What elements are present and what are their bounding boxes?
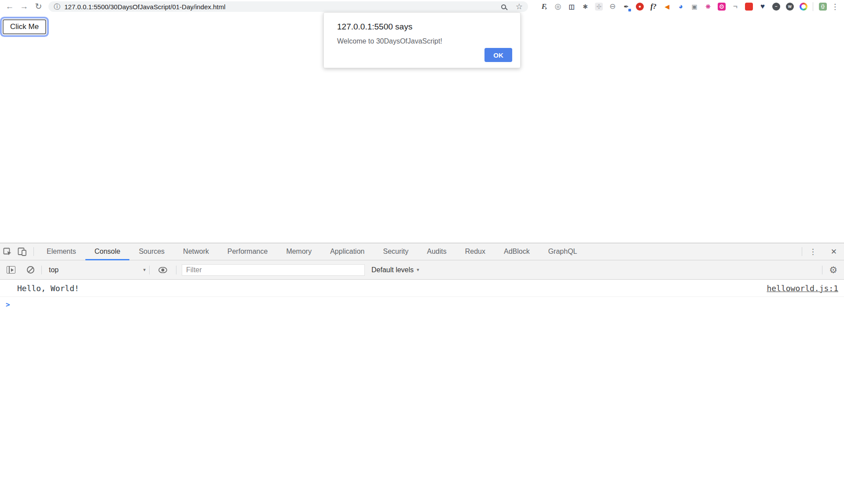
toolbar-divider bbox=[813, 2, 813, 11]
console-toolbar: top ▾ Default levels ▾ ⚙ bbox=[0, 260, 844, 280]
console-message-row: Hello, World! helloworld.js:1 bbox=[0, 280, 844, 297]
click-me-button[interactable]: Click Me bbox=[3, 19, 46, 34]
bug-icon[interactable]: ✱ bbox=[581, 3, 589, 11]
console-message-text: Hello, World! bbox=[17, 284, 79, 293]
browser-toolbar: ← → ↻ ⓘ 127.0.0.1:5500/30DaysOfJavaScrip… bbox=[0, 0, 844, 13]
tabbar-divider bbox=[33, 247, 34, 256]
devtools-close-icon[interactable]: ✕ bbox=[824, 247, 844, 256]
devtools-tabbar: Elements Console Sources Network Perform… bbox=[0, 243, 844, 260]
inspect-element-icon[interactable] bbox=[0, 243, 15, 260]
grid-icon[interactable]: ✣ bbox=[595, 3, 603, 11]
font-changer-icon[interactable]: F, bbox=[540, 3, 548, 11]
eyedropper-icon[interactable]: ✒ bbox=[622, 3, 630, 11]
atom-icon[interactable]: ❋ bbox=[704, 3, 712, 11]
log-level-dropdown-icon: ▾ bbox=[417, 267, 419, 273]
tab-graphql[interactable]: GraphQL bbox=[539, 243, 587, 260]
execution-context-value: top bbox=[49, 266, 59, 274]
console-toolbar-right: ⚙ bbox=[822, 265, 844, 275]
devtools-panel: Elements Console Sources Network Perform… bbox=[0, 243, 844, 504]
gear-box-icon[interactable]: ⚙ bbox=[718, 3, 726, 11]
address-bar[interactable]: ⓘ 127.0.0.1:5500/30DaysOfJavaScript/01-D… bbox=[48, 1, 528, 12]
tab-network[interactable]: Network bbox=[174, 243, 218, 260]
devtools-menu-icon[interactable]: ⋮ bbox=[802, 247, 824, 256]
reload-icon[interactable]: ↻ bbox=[34, 0, 44, 13]
site-info-icon[interactable]: ⓘ bbox=[54, 3, 60, 11]
json-viewer-icon[interactable]: {} bbox=[819, 3, 827, 11]
alert-title: 127.0.0.1:5500 says bbox=[337, 22, 507, 32]
console-prompt-chevron-icon: > bbox=[6, 300, 10, 309]
orbit-icon[interactable]: ◕ bbox=[677, 3, 685, 11]
zoom-icon[interactable] bbox=[501, 4, 506, 9]
browser-menu-icon[interactable]: ⋮ bbox=[831, 2, 839, 11]
shutter-icon[interactable]: ◎ bbox=[554, 3, 562, 11]
wave-circle-icon[interactable]: w bbox=[786, 3, 794, 11]
back-icon[interactable]: ← bbox=[5, 0, 15, 13]
megaphone-icon[interactable]: ◀ bbox=[663, 3, 671, 11]
tab-console[interactable]: Console bbox=[85, 243, 130, 260]
dark-dash-circle-icon[interactable]: − bbox=[772, 3, 780, 11]
tab-security[interactable]: Security bbox=[374, 243, 418, 260]
tab-sources[interactable]: Sources bbox=[129, 243, 174, 260]
device-toolbar-icon[interactable] bbox=[15, 243, 30, 260]
tab-application[interactable]: Application bbox=[321, 243, 374, 260]
camera-icon[interactable]: ▣ bbox=[690, 3, 698, 11]
tab-adblock[interactable]: AdBlock bbox=[495, 243, 539, 260]
panels-icon[interactable]: ◫ bbox=[568, 3, 576, 11]
context-dropdown-icon: ▾ bbox=[143, 267, 146, 273]
forward-icon[interactable]: → bbox=[19, 0, 29, 13]
alert-message: Welcome to 30DaysOfJavaScript! bbox=[337, 37, 507, 45]
console-prompt-row[interactable]: > bbox=[0, 297, 844, 312]
tab-memory[interactable]: Memory bbox=[277, 243, 321, 260]
bookmark-star-icon[interactable]: ☆ bbox=[516, 2, 523, 11]
tabbar-right-controls: ⋮ ✕ bbox=[802, 247, 844, 256]
tab-redux[interactable]: Redux bbox=[456, 243, 495, 260]
red-app-icon[interactable] bbox=[745, 3, 753, 11]
clear-console-icon[interactable] bbox=[27, 266, 34, 274]
execution-context-select[interactable]: top ▾ bbox=[49, 266, 149, 274]
circled-dash-icon[interactable]: ⊖ bbox=[609, 3, 616, 11]
pipe-icon[interactable]: ¬ bbox=[731, 3, 739, 11]
console-toolbar-divider-3 bbox=[176, 266, 176, 274]
url-text[interactable]: 127.0.0.1:5500/30DaysOfJavaScript/01-Day… bbox=[64, 3, 225, 11]
alert-ok-button[interactable]: OK bbox=[484, 48, 512, 62]
hand-blocker-icon[interactable]: ● bbox=[636, 3, 644, 11]
extensions-strip: F,◎◫✱✣⊖✒●f?◀◕▣❋⚙¬♥−w bbox=[540, 3, 807, 11]
filter-input[interactable] bbox=[182, 264, 365, 276]
console-source-link[interactable]: helloworld.js:1 bbox=[767, 284, 838, 293]
tab-audits[interactable]: Audits bbox=[418, 243, 455, 260]
alert-dialog: 127.0.0.1:5500 says Welcome to 30DaysOfJ… bbox=[323, 12, 521, 68]
log-level-value: Default levels bbox=[371, 266, 414, 274]
console-settings-gear-icon[interactable]: ⚙ bbox=[822, 265, 844, 275]
console-sidebar-toggle-icon[interactable] bbox=[7, 266, 15, 274]
log-level-select[interactable]: Default levels ▾ bbox=[371, 266, 419, 274]
heart-search-icon[interactable]: ♥ bbox=[759, 3, 767, 11]
fontface-question-icon[interactable]: f? bbox=[650, 3, 657, 11]
live-expression-eye-icon[interactable] bbox=[150, 267, 176, 273]
extensions-tail: {} bbox=[813, 2, 827, 11]
console-toolbar-divider-1 bbox=[41, 266, 42, 274]
color-wheel-icon[interactable] bbox=[800, 3, 807, 11]
tab-performance[interactable]: Performance bbox=[218, 243, 277, 260]
tab-elements[interactable]: Elements bbox=[37, 243, 85, 260]
